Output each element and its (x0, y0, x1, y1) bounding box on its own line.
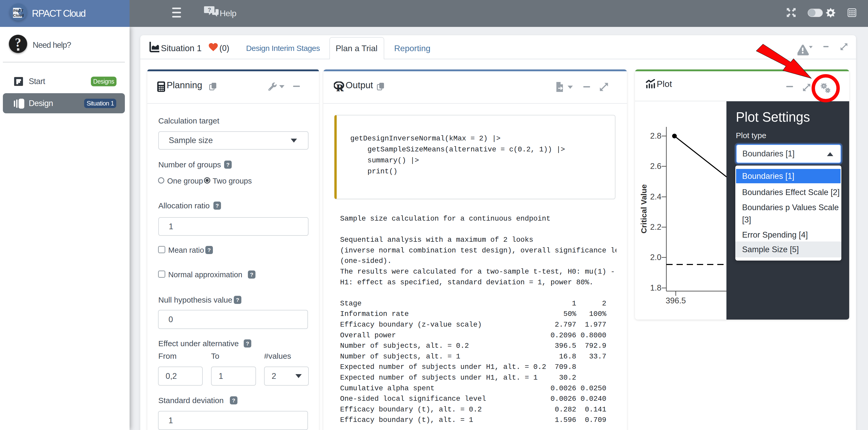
svg-text:?: ? (208, 6, 211, 13)
svg-text:Critical Value: Critical Value (640, 184, 648, 233)
svg-text:2.6: 2.6 (650, 162, 661, 171)
svg-text:2.0: 2.0 (650, 253, 661, 262)
svg-text:PACT: PACT (13, 9, 24, 13)
svg-text:2.4: 2.4 (650, 192, 661, 201)
svg-text:1.8: 1.8 (650, 283, 661, 292)
svg-text:2.2: 2.2 (650, 223, 661, 232)
svg-text:Cloud: Cloud (13, 13, 24, 18)
svg-text:2.8: 2.8 (650, 131, 661, 140)
svg-text:R: R (336, 82, 344, 91)
svg-text:396.5: 396.5 (665, 296, 686, 305)
